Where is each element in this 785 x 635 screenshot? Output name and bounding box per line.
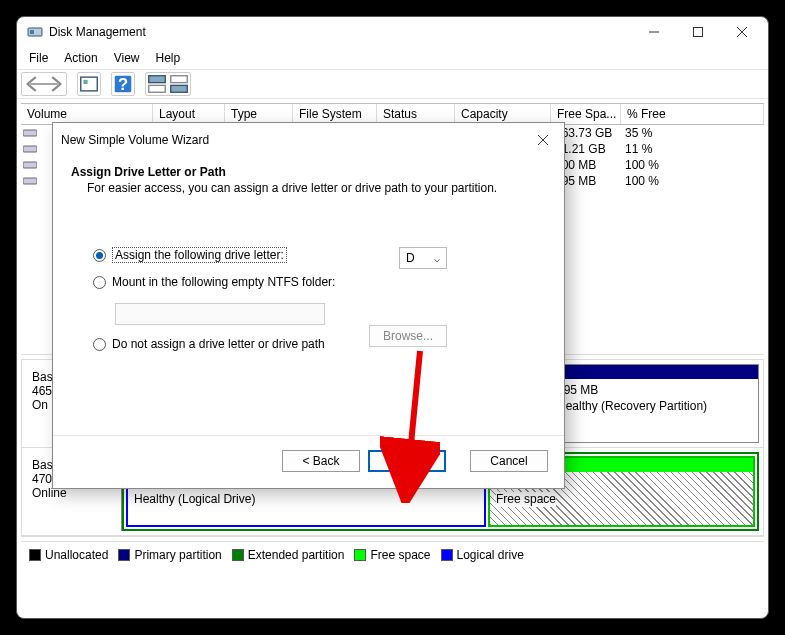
- col-pct[interactable]: % Free: [621, 104, 764, 124]
- minimize-button[interactable]: [632, 18, 676, 46]
- next-button[interactable]: Next >: [368, 450, 446, 472]
- legend: Unallocated Primary partition Extended p…: [21, 541, 764, 568]
- disk-0-recovery-partition[interactable]: 595 MB Healthy (Recovery Partition): [550, 364, 759, 443]
- col-type[interactable]: Type: [225, 104, 293, 124]
- refresh-icon[interactable]: [78, 73, 100, 95]
- back-icon[interactable]: [22, 73, 44, 95]
- col-fs[interactable]: File System: [293, 104, 377, 124]
- radio-mount-folder[interactable]: [93, 276, 106, 289]
- close-button[interactable]: [720, 18, 764, 46]
- chevron-down-icon: ⌵: [434, 253, 440, 264]
- col-capacity[interactable]: Capacity: [455, 104, 551, 124]
- help-icon[interactable]: ?: [112, 73, 134, 95]
- partition-status: Healthy (Logical Drive): [134, 492, 478, 508]
- svg-rect-14: [23, 130, 37, 136]
- partition-status: Free space: [496, 492, 556, 508]
- new-simple-volume-wizard-dialog: New Simple Volume Wizard Assign Drive Le…: [52, 122, 565, 489]
- titlebar: Disk Management: [17, 17, 768, 47]
- menu-help[interactable]: Help: [150, 49, 187, 67]
- svg-rect-13: [171, 85, 188, 92]
- dialog-header: Assign Drive Letter or Path For easier a…: [53, 157, 564, 213]
- svg-rect-17: [23, 178, 37, 184]
- view-top-icon[interactable]: [146, 73, 168, 95]
- svg-rect-15: [23, 146, 37, 152]
- cell-pct: 11 %: [619, 142, 658, 156]
- primary-stripe: [551, 365, 758, 379]
- svg-text:?: ?: [118, 75, 128, 93]
- cell-pct: 100 %: [619, 158, 665, 172]
- volume-icon: [21, 176, 39, 186]
- menubar: File Action View Help: [17, 47, 768, 69]
- window-title: Disk Management: [49, 25, 632, 39]
- swatch-logical: [441, 549, 453, 561]
- cell-pct: 100 %: [619, 174, 665, 188]
- svg-rect-7: [84, 80, 88, 84]
- drive-letter-select[interactable]: D ⌵: [399, 247, 447, 269]
- toolbar: ?: [17, 69, 768, 99]
- app-icon: [27, 24, 43, 40]
- dialog-title: New Simple Volume Wizard: [61, 133, 530, 147]
- label-assign-letter: Assign the following drive letter:: [112, 247, 287, 263]
- dialog-heading: Assign Drive Letter or Path: [71, 165, 546, 179]
- col-status[interactable]: Status: [377, 104, 455, 124]
- svg-rect-3: [694, 28, 703, 37]
- svg-rect-6: [81, 77, 98, 91]
- back-button[interactable]: < Back: [282, 450, 360, 472]
- dialog-subheading: For easier access, you can assign a driv…: [71, 179, 546, 195]
- svg-rect-12: [171, 76, 188, 83]
- mount-folder-input: [115, 303, 325, 325]
- swatch-primary: [118, 549, 130, 561]
- label-no-assign: Do not assign a drive letter or drive pa…: [112, 337, 325, 351]
- maximize-button[interactable]: [676, 18, 720, 46]
- col-volume[interactable]: Volume: [21, 104, 153, 124]
- volume-icon: [21, 128, 39, 138]
- dialog-body: Assign the following drive letter: D ⌵ M…: [53, 213, 564, 375]
- swatch-extended: [232, 549, 244, 561]
- menu-view[interactable]: View: [108, 49, 146, 67]
- menu-action[interactable]: Action: [58, 49, 103, 67]
- cancel-button[interactable]: Cancel: [470, 450, 548, 472]
- label-mount-folder: Mount in the following empty NTFS folder…: [112, 275, 335, 289]
- radio-no-assign[interactable]: [93, 338, 106, 351]
- dialog-close-button[interactable]: [530, 129, 556, 151]
- view-bottom-icon[interactable]: [168, 73, 190, 95]
- col-free[interactable]: Free Spa...: [551, 104, 621, 124]
- svg-rect-11: [149, 85, 166, 92]
- svg-rect-1: [30, 30, 34, 34]
- svg-rect-16: [23, 162, 37, 168]
- partition-size: 595 MB: [557, 383, 752, 399]
- forward-icon[interactable]: [44, 73, 66, 95]
- swatch-unallocated: [29, 549, 41, 561]
- menu-file[interactable]: File: [23, 49, 54, 67]
- dialog-footer: < Back Next > Cancel: [53, 435, 564, 488]
- swatch-free: [354, 549, 366, 561]
- radio-assign-letter[interactable]: [93, 249, 106, 262]
- volume-icon: [21, 144, 39, 154]
- dialog-titlebar: New Simple Volume Wizard: [53, 123, 564, 157]
- partition-status: Healthy (Recovery Partition): [557, 399, 752, 415]
- svg-rect-10: [149, 76, 166, 83]
- volume-icon: [21, 160, 39, 170]
- cell-pct: 35 %: [619, 126, 658, 140]
- col-layout[interactable]: Layout: [153, 104, 225, 124]
